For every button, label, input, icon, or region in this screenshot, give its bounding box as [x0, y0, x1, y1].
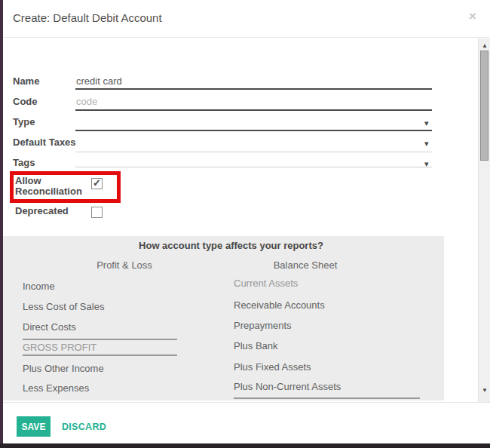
- modal-title: Create: Default Debit Account: [13, 11, 162, 24]
- modal-footer: SAVE DISCARD: [3, 402, 490, 443]
- type-dropdown-caret-icon[interactable]: ▾: [424, 119, 429, 127]
- modal-header: Create: Default Debit Account ×: [3, 0, 490, 38]
- pl-item-less-expenses: Less Expenses: [23, 382, 89, 394]
- scroll-down-icon[interactable]: ▼: [479, 388, 490, 394]
- gross-profit-top-line: [23, 339, 177, 340]
- pl-item-direct-costs: Direct Costs: [23, 321, 76, 333]
- allow-reconciliation-label: Allow Reconciliation: [15, 176, 93, 197]
- tags-underline: [75, 167, 432, 167]
- default-taxes-dropdown-caret-icon[interactable]: ▾: [424, 140, 429, 148]
- pl-item-less-cost-of-sales: Less Cost of Sales: [23, 301, 104, 312]
- bs-item-plus-non-current-assets: Plus Non-Current Assets: [234, 381, 341, 392]
- vertical-scrollbar[interactable]: ▲ ▼: [478, 38, 490, 402]
- default-taxes-label: Default Taxes: [13, 137, 76, 148]
- code-input[interactable]: code: [76, 96, 97, 107]
- bs-item-receivable-accounts: Receivable Accounts: [234, 299, 325, 311]
- type-label: Type: [13, 116, 35, 127]
- non-current-assets-line: [234, 397, 420, 399]
- code-underline: [75, 109, 432, 111]
- checkmark-icon: ✓: [93, 177, 101, 189]
- pl-item-income: Income: [23, 281, 55, 292]
- balance-sheet-column-header: Balance Sheet: [226, 259, 384, 271]
- screenshot-root: Create: Default Debit Account × Name cre…: [0, 0, 490, 448]
- create-account-modal: Create: Default Debit Account × Name cre…: [3, 0, 490, 443]
- name-input[interactable]: credit card: [76, 75, 122, 87]
- pl-item-gross-profit: GROSS PROFIT: [23, 342, 96, 353]
- scrollbar-thumb[interactable]: [480, 51, 488, 161]
- allow-reconciliation-checkbox[interactable]: ✓: [91, 178, 103, 189]
- deprecated-label: Deprecated: [15, 205, 69, 216]
- scroll-up-icon[interactable]: ▲: [479, 43, 490, 49]
- page-backdrop-bottom: [0, 443, 490, 448]
- help-panel-title: How account type affects your reports?: [11, 240, 452, 251]
- discard-button[interactable]: DISCARD: [62, 422, 106, 432]
- pl-item-plus-other-income: Plus Other Income: [23, 363, 104, 374]
- name-underline: [75, 88, 432, 90]
- default-taxes-underline: [75, 152, 432, 152]
- profit-loss-column-header: Profit & Loss: [23, 259, 226, 271]
- gross-profit-bottom-line: [23, 354, 177, 356]
- account-type-help-panel: How account type affects your reports? P…: [3, 236, 444, 400]
- name-label: Name: [13, 75, 39, 87]
- code-label: Code: [13, 96, 38, 107]
- deprecated-checkbox[interactable]: [91, 207, 103, 218]
- close-icon[interactable]: ×: [469, 10, 476, 23]
- modal-body: Name credit card Code code Type ▾ Defaul…: [3, 38, 478, 402]
- tags-label: Tags: [13, 157, 35, 168]
- save-button[interactable]: SAVE: [17, 416, 51, 437]
- bs-item-prepayments: Prepayments: [234, 320, 292, 331]
- type-underline: [75, 130, 432, 131]
- bs-item-plus-bank: Plus Bank: [234, 340, 278, 351]
- bs-item-current-assets: Current Assets: [234, 278, 298, 289]
- bs-item-plus-fixed-assets: Plus Fixed Assets: [234, 361, 311, 373]
